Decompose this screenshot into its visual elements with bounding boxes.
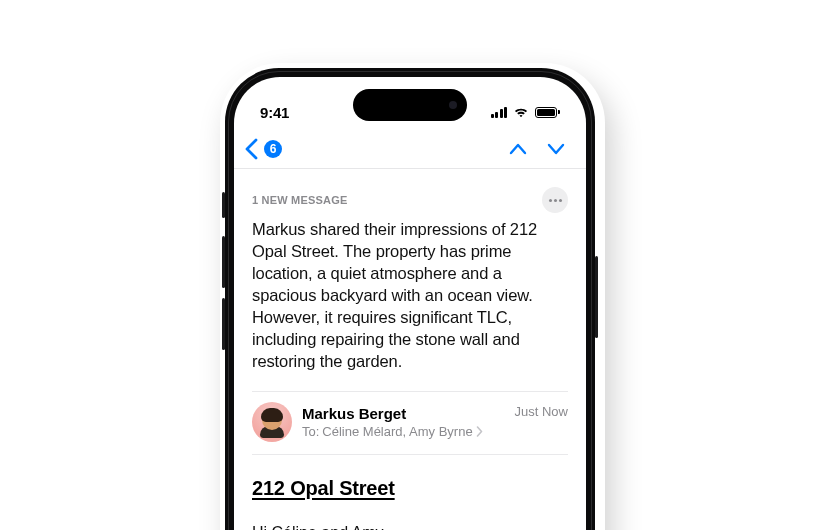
back-button[interactable] [244,138,258,160]
email-body: Hi Céline and Amy, I've just completed a… [252,522,568,530]
message-timestamp: Just Now [515,402,568,419]
email-subject: 212 Opal Street [252,477,568,500]
battery-icon [535,107,560,118]
wifi-icon [513,106,529,118]
dynamic-island [353,89,467,121]
to-label: To: [302,424,319,439]
unread-count-badge[interactable]: 6 [264,140,282,158]
message-summary-text: Markus shared their impressions of 212 O… [252,219,568,373]
summary-section-label: 1 NEW MESSAGE [252,194,348,206]
cellular-signal-icon [491,107,508,118]
status-time: 9:41 [260,104,289,121]
next-message-button[interactable] [546,142,566,156]
previous-message-button[interactable] [508,142,528,156]
more-options-button[interactable] [542,187,568,213]
recipients-names: Céline Mélard, Amy Byrne [322,424,472,439]
sender-name: Markus Berget [302,405,483,422]
side-button [595,256,598,338]
sender-header[interactable]: Markus Berget To: Céline Mélard, Amy Byr… [252,391,568,455]
recipients-line[interactable]: To: Céline Mélard, Amy Byrne [302,424,483,439]
email-greeting: Hi Céline and Amy, [252,522,568,530]
chevron-right-icon [476,426,483,437]
volume-down-button [222,298,225,350]
sender-avatar[interactable] [252,402,292,442]
silence-switch [222,192,225,218]
volume-up-button [222,236,225,288]
